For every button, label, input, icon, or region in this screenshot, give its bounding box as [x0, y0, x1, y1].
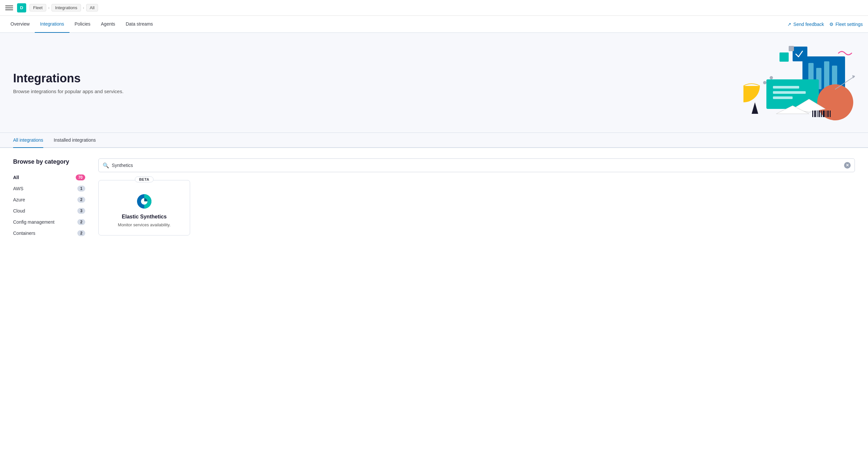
- category-label-aws: AWS: [13, 186, 23, 191]
- integration-tabs: All integrations Installed integrations: [0, 133, 868, 148]
- svg-point-25: [770, 76, 773, 79]
- svg-rect-17: [814, 111, 816, 117]
- tab-installed-integrations[interactable]: Installed integrations: [54, 133, 96, 148]
- category-label-azure: Azure: [13, 197, 25, 202]
- svg-rect-1: [779, 53, 789, 62]
- category-item-azure[interactable]: Azure 2: [13, 194, 85, 205]
- tab-policies[interactable]: Policies: [69, 16, 96, 33]
- send-feedback-label: Send feedback: [793, 22, 824, 27]
- category-badge-all: 70: [76, 174, 85, 180]
- hero-text: Integrations Browse integrations for pop…: [13, 71, 124, 94]
- category-badge-cloud: 3: [78, 208, 85, 214]
- svg-rect-24: [830, 111, 831, 117]
- card-logo: [136, 194, 152, 209]
- hero-section: Integrations Browse integrations for pop…: [0, 33, 868, 133]
- card-description: Monitor services availability.: [106, 223, 182, 227]
- svg-rect-18: [817, 111, 817, 117]
- breadcrumb-fleet[interactable]: Fleet: [30, 4, 46, 11]
- tab-agents[interactable]: Agents: [96, 16, 121, 33]
- hero-title: Integrations: [13, 71, 124, 85]
- beta-badge: BETA: [135, 176, 153, 182]
- category-item-aws[interactable]: AWS 1: [13, 183, 85, 194]
- avatar: D: [17, 3, 26, 12]
- svg-rect-22: [826, 111, 826, 117]
- main-content: Browse by category All 70 AWS 1 Azure 2 …: [0, 148, 868, 249]
- svg-rect-20: [821, 111, 822, 117]
- external-link-icon: ↗: [787, 22, 791, 27]
- fleet-settings-label: Fleet settings: [836, 22, 863, 27]
- search-input[interactable]: [112, 163, 844, 168]
- fleet-settings-link[interactable]: ⚙ Fleet settings: [829, 22, 863, 27]
- send-feedback-link[interactable]: ↗ Send feedback: [787, 22, 824, 27]
- hamburger-menu[interactable]: [5, 4, 13, 12]
- category-label-all: All: [13, 175, 19, 180]
- tab-overview[interactable]: Overview: [5, 16, 35, 33]
- breadcrumb-all[interactable]: All: [86, 4, 98, 11]
- svg-rect-19: [818, 111, 820, 117]
- tab-all-integrations[interactable]: All integrations: [13, 133, 43, 148]
- svg-rect-21: [823, 111, 825, 117]
- svg-marker-15: [752, 102, 758, 114]
- main-nav: Overview Integrations Policies Agents Da…: [0, 16, 868, 33]
- svg-rect-9: [773, 86, 799, 89]
- svg-rect-16: [812, 111, 813, 117]
- category-badge-config: 2: [78, 219, 85, 225]
- category-item-config[interactable]: Config management 2: [13, 216, 85, 228]
- category-item-all[interactable]: All 70: [13, 172, 85, 183]
- svg-rect-10: [773, 91, 806, 94]
- category-label-config: Config management: [13, 219, 54, 225]
- top-bar: D Fleet › Integrations › All: [0, 0, 868, 16]
- category-badge-containers: 2: [78, 230, 85, 236]
- hero-description: Browse integrations for popular apps and…: [13, 89, 124, 94]
- integration-card-elastic-synthetics[interactable]: BETA Elastic Synthetics Monitor services…: [98, 180, 190, 235]
- tab-integrations[interactable]: Integrations: [35, 16, 69, 33]
- content-area: 🔍 ✕ BETA Elastic Synthetics Monito: [98, 158, 855, 239]
- category-badge-aws: 1: [78, 186, 85, 192]
- category-item-cloud[interactable]: Cloud 3: [13, 205, 85, 216]
- card-title: Elastic Synthetics: [106, 214, 182, 220]
- breadcrumb-arrow-2: ›: [83, 6, 84, 10]
- breadcrumb: Fleet › Integrations › All: [30, 4, 98, 11]
- svg-point-12: [817, 84, 853, 120]
- category-label-cloud: Cloud: [13, 208, 25, 213]
- breadcrumb-arrow-1: ›: [48, 6, 50, 10]
- clear-search-button[interactable]: ✕: [844, 162, 850, 169]
- cards-grid: BETA Elastic Synthetics Monitor services…: [98, 180, 855, 235]
- tab-datastreams[interactable]: Data streams: [120, 16, 158, 33]
- search-bar: 🔍 ✕: [98, 158, 855, 172]
- gear-icon: ⚙: [829, 22, 834, 27]
- sidebar: Browse by category All 70 AWS 1 Azure 2 …: [13, 158, 85, 239]
- svg-rect-11: [773, 96, 793, 99]
- category-badge-azure: 2: [78, 197, 85, 203]
- svg-rect-23: [827, 111, 829, 117]
- category-label-containers: Containers: [13, 231, 35, 236]
- svg-rect-6: [824, 61, 829, 89]
- breadcrumb-integrations[interactable]: Integrations: [52, 4, 81, 11]
- category-item-containers[interactable]: Containers 2: [13, 228, 85, 239]
- search-icon: 🔍: [102, 163, 109, 169]
- sidebar-title: Browse by category: [13, 158, 85, 165]
- hero-illustration: [717, 43, 855, 122]
- nav-tabs: Overview Integrations Policies Agents Da…: [5, 16, 787, 33]
- nav-actions: ↗ Send feedback ⚙ Fleet settings: [787, 22, 863, 27]
- svg-point-26: [763, 81, 766, 84]
- svg-rect-2: [789, 46, 794, 51]
